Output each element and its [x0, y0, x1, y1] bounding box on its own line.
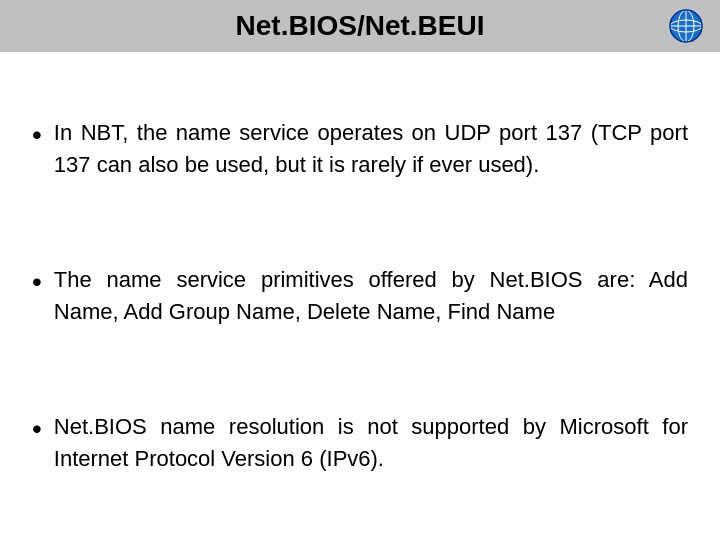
bullet-item-3: • Net.BIOS name resolution is not suppor… — [32, 411, 688, 475]
slide-header: Net.BIOS/Net.BEUI — [0, 0, 720, 52]
bullet-dot-1: • — [32, 117, 42, 153]
bullet-item-2: • The name service primitives offered by… — [32, 264, 688, 328]
slide-title: Net.BIOS/Net.BEUI — [20, 10, 700, 42]
bullet-dot-3: • — [32, 411, 42, 447]
slide-container: Net.BIOS/Net.BEUI • In NBT, the name ser… — [0, 0, 720, 540]
bullet-text-2: The name service primitives offered by N… — [54, 264, 688, 328]
bullet-text-1: In NBT, the name service operates on UDP… — [54, 117, 688, 181]
slide-content: • In NBT, the name service operates on U… — [0, 52, 720, 540]
bullet-text-3: Net.BIOS name resolution is not supporte… — [54, 411, 688, 475]
bullet-dot-2: • — [32, 264, 42, 300]
bullet-item-1: • In NBT, the name service operates on U… — [32, 117, 688, 181]
globe-icon — [668, 8, 704, 44]
